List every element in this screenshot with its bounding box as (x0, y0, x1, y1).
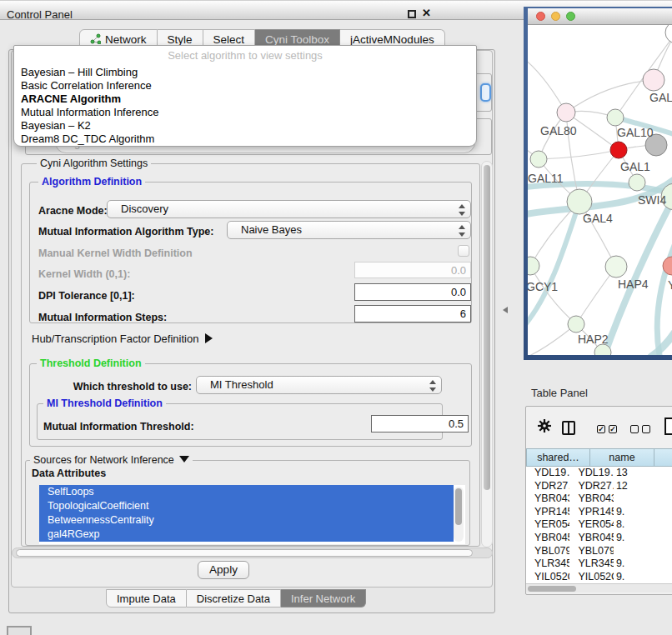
which-threshold-label: Which threshold to use: (50, 381, 192, 392)
focused-combo-edge[interactable] (480, 83, 491, 102)
table-cell: YER054C (569, 518, 613, 532)
algorithm-option[interactable]: Dream8 DC_TDC Algorithm (14, 132, 476, 146)
deselect-all-icon[interactable] (630, 425, 639, 433)
mi-type-combobox[interactable]: Naive Bayes (227, 221, 471, 239)
algorithm-option[interactable]: ARACNE Algorithm (14, 92, 476, 106)
table-horizontal-scrollbar[interactable] (526, 583, 672, 592)
table-cell (614, 545, 672, 558)
node-gcy1[interactable] (528, 257, 539, 275)
node-hap2[interactable] (568, 316, 584, 332)
network-window-titlebar[interactable] (528, 8, 672, 25)
scrollbar-thumb[interactable] (484, 165, 490, 490)
settings-horizontal-scrollbar[interactable] (12, 548, 493, 558)
settings-vertical-scrollbar[interactable] (481, 161, 493, 548)
attribute-list-item[interactable]: TopologicalCoefficient (39, 499, 454, 513)
attribute-list-item[interactable]: BetweennessCentrality (39, 513, 454, 528)
table-cell: YPR145W (569, 506, 613, 519)
network-view-window[interactable]: GAL GAL80 GAL10 GAL1 GAL11 SWI4 GAL4 GCY… (524, 7, 672, 360)
select-all-checked-icon[interactable]: ✓ (597, 425, 605, 433)
node-gal1[interactable] (610, 142, 627, 158)
tab-discretize-data[interactable]: Discretize Data (187, 589, 281, 608)
mi-steps-field[interactable]: 6 (354, 305, 471, 322)
node-label: GAL10 (617, 126, 654, 139)
table-row[interactable]: YDL19…YDL19…13 (526, 467, 672, 480)
table-cell: 9. (614, 532, 672, 545)
node-gal4[interactable] (567, 189, 592, 214)
node-hap4[interactable] (605, 256, 627, 278)
node-gal80[interactable] (557, 103, 575, 122)
kernel-width-field[interactable]: 0.0 (354, 262, 471, 278)
network-canvas[interactable]: GAL GAL80 GAL10 GAL1 GAL11 SWI4 GAL4 GCY… (528, 25, 672, 355)
network-graph: GAL GAL80 GAL10 GAL1 GAL11 SWI4 GAL4 GCY… (528, 25, 672, 355)
node-cut-topright[interactable] (665, 25, 672, 43)
manual-kernel-checkbox[interactable] (458, 245, 469, 257)
threshold-definition-title: Threshold Definition (37, 358, 145, 369)
mi-threshold-label: Mutual Information Threshold: (43, 421, 194, 432)
minimize-traffic-light[interactable] (551, 12, 560, 21)
collapsed-panel-button[interactable] (7, 626, 32, 635)
hub-definition-expander[interactable]: Hub/Transcription Factor Definition (32, 332, 213, 345)
column-chooser-icon[interactable] (562, 421, 575, 435)
table-row[interactable]: YBL079WYBL079W (526, 545, 672, 558)
column-header[interactable]: shared… (526, 448, 590, 467)
aracne-mode-combobox[interactable]: Discovery (107, 200, 471, 218)
table-row[interactable]: YBR045CYBR045C9. (526, 532, 672, 545)
attributes-scrollbar[interactable] (454, 487, 464, 542)
table-header-row: shared…nameA (526, 448, 672, 467)
apply-button[interactable]: Apply (198, 561, 249, 579)
gear-icon[interactable] (537, 418, 552, 437)
scrollbar-thumb[interactable] (16, 549, 473, 557)
sources-expander[interactable]: Sources for Network Inference (30, 454, 193, 466)
table-row[interactable]: YLR345WYLR345W9. (526, 558, 672, 571)
split-divider-arrow[interactable] (503, 307, 508, 313)
node-label: GAL1 (620, 160, 650, 173)
deselect-all-icon[interactable] (642, 425, 650, 433)
close-traffic-light[interactable] (536, 12, 545, 21)
table-cell: YBR045C (526, 532, 569, 545)
table-cell: 9. (614, 571, 672, 583)
node-gal-cut[interactable] (643, 69, 664, 91)
table-row[interactable]: YPR145WYPR145W9. (526, 506, 672, 519)
mi-type-label: Mutual Information Algorithm Type: (38, 226, 213, 238)
node-gal10[interactable] (607, 109, 624, 126)
node-gal11[interactable] (530, 151, 547, 168)
table-cell: 13 (614, 467, 672, 480)
mi-steps-label: Mutual Information Steps: (38, 312, 167, 323)
table-cell: YLR345W (526, 558, 569, 571)
table-cell: YDL19… (526, 467, 569, 480)
tab-label: Discretize Data (197, 592, 270, 605)
select-all-checked-icon[interactable]: ✓ (609, 425, 617, 433)
mi-type-value: Naive Bayes (241, 223, 302, 236)
kernel-width-label: Kernel Width (0,1): (38, 268, 130, 280)
column-header[interactable]: name (590, 448, 654, 467)
node-swi4[interactable] (629, 174, 645, 191)
mi-threshold-field[interactable]: 0.5 (371, 415, 469, 432)
table-row[interactable]: YIL052CYIL052C9. (526, 571, 672, 583)
control-panel-title: Control Panel (7, 8, 73, 21)
tab-label: Cyni Toolbox (265, 33, 329, 46)
attribute-list-item[interactable]: gal4RGexp (39, 528, 454, 542)
float-window-icon[interactable] (408, 10, 416, 18)
dpi-tolerance-field[interactable]: 0.0 (354, 283, 471, 301)
table-cell: YBR043C (569, 492, 613, 506)
attribute-list-item[interactable]: SelfLoops (39, 485, 454, 499)
column-header[interactable]: A (654, 448, 672, 467)
table-row[interactable]: YBR043CYBR043C (526, 492, 672, 506)
table-cell: YBL079W (526, 545, 569, 558)
tab-impute-data[interactable]: Impute Data (106, 589, 187, 608)
table-row[interactable]: YER054CYER054C8. (526, 518, 672, 532)
new-table-icon[interactable] (664, 418, 672, 435)
scrollbar-thumb[interactable] (528, 586, 576, 592)
which-threshold-combobox[interactable]: MI Threshold (196, 376, 442, 394)
table-row[interactable]: YDR27…YDR27…12 (526, 480, 672, 493)
zoom-traffic-light[interactable] (566, 12, 575, 21)
algorithm-option[interactable]: Bayesian – K2 (14, 119, 476, 132)
algorithm-option[interactable]: Basic Correlation Inference (14, 79, 476, 92)
algorithm-option[interactable]: Bayesian – Hill Climbing (14, 66, 476, 79)
tab-infer-network[interactable]: Infer Network (281, 589, 366, 608)
scrollbar-thumb[interactable] (455, 488, 462, 525)
node-label: GAL4 (583, 212, 613, 225)
algorithm-option[interactable]: Mutual Information Inference (14, 106, 476, 119)
data-attributes-list[interactable]: SelfLoopsTopologicalCoefficientBetweenne… (39, 485, 465, 544)
close-icon[interactable]: ✕ (422, 7, 431, 19)
